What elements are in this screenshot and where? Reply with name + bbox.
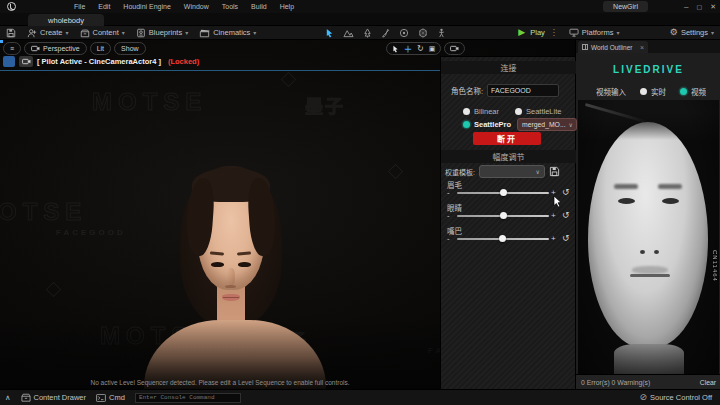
radio-seattlepro-label: SeattlePro <box>474 120 511 129</box>
status-bar: ∧ Content Drawer Cmd ⊘ Source Control Of… <box>0 389 720 405</box>
cine-camera-indicator-line <box>0 70 440 71</box>
unreal-editor-window: File Edit Houdini Engine Window Tools Bu… <box>0 0 720 405</box>
pilot-camera-button[interactable] <box>19 56 33 67</box>
watermark-text: MOTSE <box>92 88 207 116</box>
create-button[interactable]: Create▾ <box>27 28 69 38</box>
slider-handle[interactable] <box>499 235 506 242</box>
menu-tools[interactable]: Tools <box>222 3 238 10</box>
settings-button[interactable]: ⚙ Settings▾ <box>670 28 714 37</box>
landscape-mode-icon[interactable] <box>343 28 354 38</box>
move-tool-icon[interactable]: ＋ <box>404 43 412 54</box>
slider-reset-icon[interactable]: ↺ <box>562 210 570 220</box>
camera-speed-button[interactable] <box>444 42 465 55</box>
content-button[interactable]: Content▾ <box>80 28 125 38</box>
platforms-icon <box>569 28 579 37</box>
panel-tab-row: World Outliner × <box>576 40 720 53</box>
errors-warnings-text: 0 Error(s) 0 Warning(s) <box>581 379 650 386</box>
content-drawer-button[interactable]: Content Drawer <box>21 393 87 402</box>
radio-seattlepro[interactable] <box>463 121 470 128</box>
message-log-bar: 0 Error(s) 0 Warning(s) Clear <box>576 374 720 389</box>
select-mode-icon[interactable] <box>325 28 334 38</box>
watermark-text: 墨子 <box>305 92 345 118</box>
weight-template-label: 权重模板: <box>445 167 475 177</box>
eject-pilot-button[interactable] <box>3 56 15 67</box>
character-name-input[interactable] <box>487 84 559 97</box>
menu-build[interactable]: Build <box>251 3 267 10</box>
scale-tool-icon[interactable]: ▣ <box>429 45 436 53</box>
slider-track[interactable] <box>457 192 549 194</box>
video-watermark: CN11464 <box>712 250 718 282</box>
platforms-button[interactable]: Platforms▾ <box>569 28 620 37</box>
tab-close-icon[interactable]: × <box>640 44 644 51</box>
disconnect-button[interactable]: 断开 <box>473 132 541 145</box>
cinematics-icon <box>199 28 210 38</box>
slider-plus-button[interactable]: + <box>551 211 556 220</box>
menu-file[interactable]: File <box>74 3 85 10</box>
slider-reset-icon[interactable]: ↺ <box>562 187 570 197</box>
radio-video[interactable] <box>680 88 687 95</box>
select-tool-icon[interactable] <box>392 45 399 53</box>
console-command-input[interactable] <box>135 393 241 403</box>
radio-bilinear[interactable] <box>463 108 470 115</box>
video-input-label: 视频输入 <box>596 86 626 97</box>
character-eye <box>211 262 224 267</box>
tab-world-outliner[interactable]: World Outliner × <box>578 41 648 53</box>
menu-edit[interactable]: Edit <box>98 3 110 10</box>
minimize-button[interactable]: – <box>684 2 688 11</box>
close-button[interactable]: ✕ <box>710 3 716 11</box>
modeling-mode-icon[interactable] <box>399 28 409 38</box>
level-tab-wholebody[interactable]: wholebody <box>28 14 104 26</box>
radio-realtime[interactable] <box>640 88 647 95</box>
cinematics-button[interactable]: Cinematics▾ <box>199 28 256 38</box>
content-caret-icon: ▾ <box>122 29 125 36</box>
slider-minus-button[interactable]: - <box>447 188 450 197</box>
watermark-diamond-icon <box>46 282 62 298</box>
outliner-icon <box>582 44 588 50</box>
character-name-label: 角色名称: <box>451 85 483 96</box>
show-dropdown[interactable]: Show <box>114 42 146 55</box>
expand-bottom-panel-button[interactable]: ∧ <box>5 393 11 402</box>
maximize-button[interactable]: ▢ <box>696 3 702 10</box>
radio-seattlelite-label: SeattleLite <box>526 107 561 116</box>
slider-minus-button[interactable]: - <box>447 211 450 220</box>
blueprints-button[interactable]: Blueprints▾ <box>136 28 188 38</box>
menu-window[interactable]: Window <box>184 3 209 10</box>
play-options-kebab-icon[interactable]: ⋮ <box>550 28 558 37</box>
create-caret-icon: ▾ <box>66 29 69 36</box>
slider-track[interactable] <box>457 215 549 217</box>
menu-help[interactable]: Help <box>280 3 294 10</box>
source-control-button[interactable]: ⊘ Source Control Off <box>639 393 712 402</box>
slider-reset-icon[interactable]: ↺ <box>562 233 570 243</box>
lit-dropdown[interactable]: Lit <box>90 42 111 55</box>
slider-plus-button[interactable]: + <box>551 234 556 243</box>
slider-handle[interactable] <box>500 189 507 196</box>
save-template-icon[interactable] <box>549 166 560 177</box>
cmd-button[interactable]: Cmd <box>96 393 125 402</box>
amplitude-section-header: 幅度调节 <box>441 150 576 163</box>
play-button[interactable]: ▶ <box>518 28 525 37</box>
viewport-options-button[interactable]: ≡ <box>3 42 21 55</box>
cinematics-caret-icon: ▾ <box>253 29 256 36</box>
animation-mode-icon[interactable] <box>437 28 446 38</box>
rotate-tool-icon[interactable]: ↻ <box>417 44 424 53</box>
fracture-mode-icon[interactable] <box>418 28 428 38</box>
clear-button[interactable]: Clear <box>700 379 716 386</box>
slider-handle[interactable] <box>500 212 507 219</box>
slider-track[interactable] <box>457 238 549 240</box>
pilot-camera-icon <box>22 58 31 65</box>
model-dropdown[interactable]: merged_MO... ∨ <box>517 118 577 131</box>
save-button[interactable] <box>6 28 16 38</box>
slider-mouth: - + ↺ <box>441 233 576 245</box>
weight-template-dropdown[interactable]: ∨ <box>479 165 545 178</box>
viewport-camera-icon <box>450 45 459 52</box>
radio-seattlelite[interactable] <box>515 108 522 115</box>
radio-realtime-label: 实时 <box>651 86 666 97</box>
menu-houdini-engine[interactable]: Houdini Engine <box>123 3 170 10</box>
mesh-paint-mode-icon[interactable] <box>381 28 390 38</box>
blueprints-caret-icon: ▾ <box>185 29 188 36</box>
unreal-logo-icon <box>7 2 16 11</box>
perspective-dropdown[interactable]: Perspective <box>24 42 87 55</box>
foliage-mode-icon[interactable] <box>363 28 372 38</box>
slider-minus-button[interactable]: - <box>447 234 450 243</box>
radio-bilinear-label: Bilinear <box>474 107 499 116</box>
